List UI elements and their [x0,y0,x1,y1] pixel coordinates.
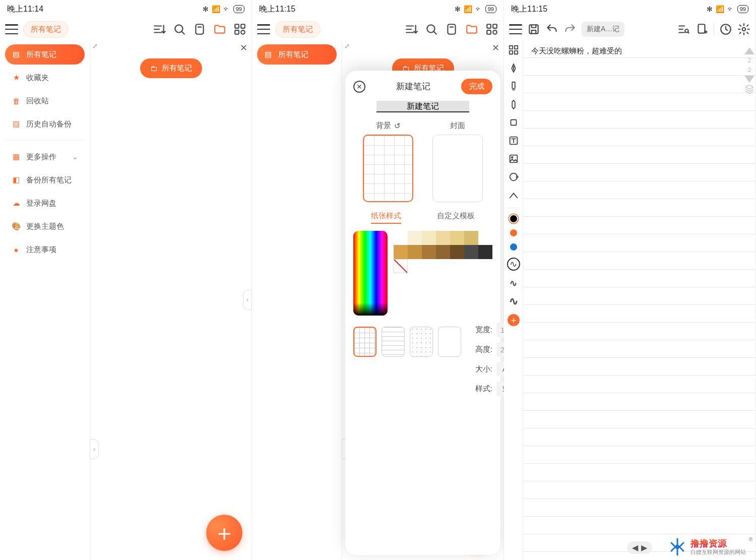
sidebar-item-backup-all[interactable]: ◧备份所有笔记 [5,170,85,190]
done-button[interactable]: 完成 [461,79,492,94]
search-icon[interactable] [173,23,186,36]
note-title-crumb[interactable]: 新建A…记 [582,22,624,37]
page-nav[interactable]: ◀▶ [627,541,652,554]
pattern-lines[interactable] [382,327,405,357]
folder-icon[interactable] [213,23,226,36]
svg-rect-18 [514,46,517,49]
color-blue[interactable] [510,243,517,251]
add-note-fab[interactable]: ＋ [206,515,242,551]
cover-preview[interactable] [432,135,483,202]
sidebar-item-all-notes[interactable]: ▤所有笔记 [5,44,85,65]
color-swatch[interactable] [436,245,450,259]
alert-icon: ● [11,244,21,255]
folder-icon[interactable] [465,23,478,36]
page-up-icon[interactable] [744,47,754,54]
close-icon[interactable]: ✕ [492,42,499,53]
menu-button[interactable] [509,24,522,34]
color-swatch[interactable] [478,231,492,245]
editor-canvas[interactable]: 今天没吃螺蛳粉，超难受的 2 2 ◀▶ 撸撸资源白嫖互联网资源的网站 ® [523,40,755,560]
page-down-icon[interactable] [744,76,754,83]
folder-pill[interactable]: 🗀所有笔记 [140,58,202,78]
add-tool-button[interactable]: ＋ [508,314,520,326]
sidebar-item-more[interactable]: ▦更多操作⌄ [5,147,85,167]
collapse-icon[interactable]: ⤢ [344,42,350,50]
note-icon[interactable] [445,23,458,36]
grid-icon[interactable] [485,23,498,36]
color-orange[interactable] [510,229,517,236]
color-swatch[interactable] [464,245,478,259]
page-next-icon[interactable]: ▶ [641,543,647,552]
undo-icon[interactable] [545,23,558,36]
sidebar-item-all-notes[interactable]: ▤所有笔记 [257,44,337,65]
reset-bg-icon[interactable]: ↺ [394,121,401,131]
collapse-icon[interactable]: ⤢ [92,42,98,50]
pattern-grid[interactable] [353,327,376,357]
add-page-icon[interactable] [696,23,709,36]
sort-icon[interactable] [153,23,166,36]
tool-shape[interactable] [508,171,519,182]
sidebar-item-notice[interactable]: ●注意事项 [5,239,85,260]
close-icon[interactable]: ✕ [240,42,247,53]
color-swatch[interactable] [408,245,422,259]
svg-rect-24 [510,155,517,163]
layers-icon[interactable] [744,85,754,93]
color-swatch[interactable] [394,245,408,259]
editor-top-bar: 新建A…记 [504,18,755,40]
tool-fountain-pen[interactable] [508,63,519,74]
note-text: 今天没吃螺蛳粉，超难受的 [531,46,747,56]
pattern-blank[interactable] [438,327,461,357]
sidebar-item-trash[interactable]: 🗑回收站 [5,91,85,111]
color-swatch[interactable] [450,245,464,259]
save-icon[interactable] [527,23,540,36]
color-swatch[interactable] [394,231,408,245]
search-icon[interactable] [425,23,438,36]
note-name-input[interactable]: 新建笔记 [376,101,469,112]
color-swatch[interactable] [422,231,436,245]
sheet-title: 新建笔记 [396,81,430,92]
no-color-swatch[interactable] [394,259,408,273]
tool-eraser[interactable] [508,117,519,128]
menu-button[interactable] [257,24,270,34]
color-swatch[interactable] [478,245,492,259]
stroke-thick[interactable]: ∿ [508,296,519,307]
page-prev-icon[interactable]: ◀ [632,543,638,552]
sidebar-item-backup-history[interactable]: ▤历史自动备份 [5,114,85,134]
tool-marker[interactable] [508,81,519,92]
tool-line[interactable] [508,190,519,201]
sidebar-item-favorites[interactable]: ★收藏夹 [5,68,85,88]
drawer-handle-right[interactable]: ‹ [243,290,252,310]
menu-button[interactable] [5,24,18,34]
sort-icon[interactable] [405,23,418,36]
tool-image[interactable] [508,153,519,164]
stroke-medium[interactable]: ∿ [508,278,519,289]
color-swatch[interactable] [436,231,450,245]
stroke-thin[interactable]: ∿ [507,258,520,271]
drawer-handle-left[interactable]: › [90,439,99,459]
color-swatch[interactable] [464,231,478,245]
tool-pencil[interactable] [508,99,519,110]
sheet-close-button[interactable]: ✕ [353,81,365,93]
tool-text[interactable] [508,135,519,146]
current-folder-chip[interactable]: 所有笔记 [23,21,69,38]
clock-icon[interactable] [719,23,732,36]
background-preview[interactable] [363,135,413,202]
redo-icon[interactable] [563,23,577,36]
color-black[interactable] [510,215,517,222]
sidebar-item-theme[interactable]: 🎨更换主题色 [5,216,85,236]
pattern-dots[interactable] [410,327,433,357]
color-picker[interactable] [353,231,388,316]
color-swatch[interactable] [450,231,464,245]
current-folder-chip[interactable]: 所有笔记 [275,21,321,38]
tab-paper-style[interactable]: 纸张样式 [371,211,401,224]
find-icon[interactable] [677,23,690,36]
settings-icon[interactable] [737,23,750,36]
note-icon[interactable] [193,23,206,36]
tab-custom-template[interactable]: 自定义模板 [437,211,475,224]
svg-rect-1 [196,24,203,34]
sidebar-item-cloud-login[interactable]: ☁登录网盘 [5,193,85,213]
tool-select[interactable] [508,44,519,55]
color-swatch[interactable] [408,231,422,245]
color-swatch[interactable] [422,245,436,259]
cover-label: 封面 [450,121,465,131]
grid-icon[interactable] [233,23,246,36]
